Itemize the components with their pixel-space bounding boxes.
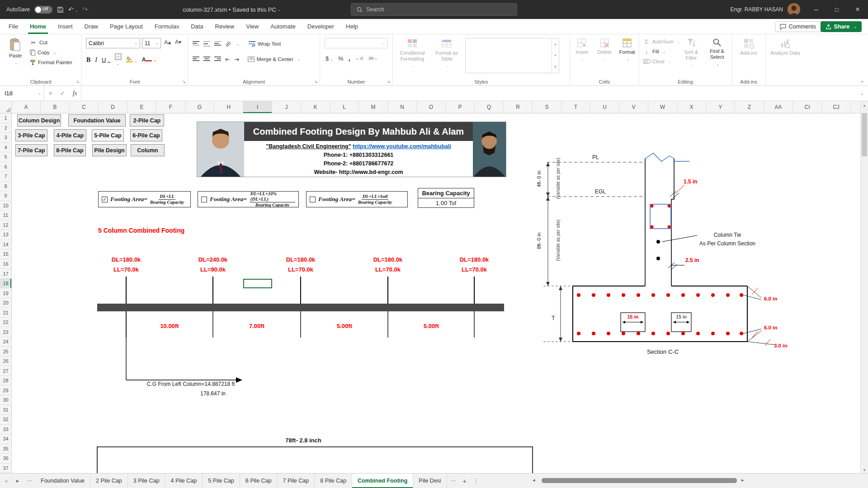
row-header[interactable]: 29 [0, 385, 11, 395]
row-header[interactable]: 8 [0, 182, 11, 192]
row-header[interactable]: 33 [0, 425, 11, 435]
document-title[interactable]: column-327.xlsm • Saved to this PC⌄ [183, 0, 281, 19]
row-header[interactable]: 23 [0, 327, 11, 337]
fx-icon[interactable]: fx [69, 86, 81, 101]
clipboard-dialog-launcher-icon[interactable]: ⇘ [76, 80, 80, 84]
row-header[interactable]: 17 [0, 269, 11, 279]
hscroll-left-icon[interactable]: ◂ [533, 477, 535, 483]
tab-help[interactable]: Help [340, 19, 364, 34]
tab-review[interactable]: Review [209, 19, 241, 34]
row-header[interactable]: 25 [0, 347, 11, 357]
sheet-tab-combined-footing[interactable]: Combined Footing [352, 474, 413, 488]
format-cells-button[interactable]: Format⌄ [616, 34, 638, 62]
decrease-decimal-icon[interactable]: .00→ [368, 56, 377, 61]
row-header[interactable]: 32 [0, 415, 11, 425]
row-header[interactable]: 14 [0, 240, 11, 250]
bold-icon[interactable]: B [86, 56, 90, 64]
row-header[interactable]: 24 [0, 337, 11, 347]
find-select-button[interactable]: Find & Select⌄ [704, 34, 730, 67]
name-box[interactable]: I18⌄ [0, 86, 44, 101]
row-header[interactable]: 12 [0, 221, 11, 230]
align-middle-icon[interactable] [203, 41, 210, 47]
column-header[interactable]: R [504, 101, 533, 113]
gallery-more-icon[interactable]: ⊽ [554, 65, 557, 69]
avatar[interactable] [788, 3, 800, 16]
comments-button[interactable]: Comments [775, 21, 821, 32]
tab-data[interactable]: Data [185, 19, 209, 34]
analyze-data-button[interactable]: Analyze Data [769, 34, 802, 56]
column-header[interactable]: O [417, 101, 446, 113]
sheet-tab-foundation-value[interactable]: Foundation Value [35, 474, 90, 488]
sheet-tab-8-pile-cap[interactable]: 8 Pile Cap [315, 474, 352, 488]
column-header[interactable]: CI [793, 101, 822, 113]
column-header[interactable]: M [359, 101, 388, 113]
sheet-canvas[interactable]: Column Design Foundation Value 2-Pile Ca… [12, 113, 860, 473]
gallery-up-icon[interactable]: ▴ [554, 42, 556, 46]
tab-scroll-right-icon[interactable]: ▸ [12, 474, 24, 488]
percent-icon[interactable]: % [338, 55, 344, 62]
column-header[interactable]: Y [706, 101, 735, 113]
row-header[interactable]: 15 [0, 249, 11, 259]
tab-developer[interactable]: Developer [302, 19, 340, 34]
increase-indent-icon[interactable]: ⇥ [234, 56, 239, 63]
tab-scroll-left-icon[interactable]: ◂ [0, 474, 12, 488]
minimize-icon[interactable]: ─ [806, 0, 826, 19]
underline-icon[interactable]: U⌄ [102, 56, 110, 63]
copy-button[interactable]: Copy⌄ [28, 47, 74, 57]
tab-view[interactable]: View [240, 19, 264, 34]
row-header[interactable]: 34 [0, 434, 11, 444]
align-left-icon[interactable] [193, 56, 199, 62]
column-header[interactable]: I [243, 101, 272, 113]
horizontal-scrollbar[interactable]: ◂ ▸ [533, 476, 863, 485]
fill-color-icon[interactable]: ⌄ [126, 56, 137, 64]
row-header[interactable]: 28 [0, 376, 11, 386]
insert-cells-button[interactable]: Insert⌄ [571, 34, 593, 62]
gallery-down-icon[interactable]: ▾ [554, 53, 556, 57]
hidden-tabs-left-icon[interactable]: ⋯ [24, 474, 35, 488]
orientation-icon[interactable]: ab [224, 40, 232, 47]
clear-button[interactable]: ⌦Clear⌄ [641, 56, 682, 66]
horizontal-scroll-thumb[interactable] [542, 478, 737, 483]
italic-icon[interactable]: I [95, 56, 97, 64]
sheet-options-icon[interactable]: ⋮ [471, 474, 482, 488]
vertical-scroll-thumb[interactable] [862, 113, 867, 156]
scroll-down-icon[interactable]: ▾ [861, 468, 868, 472]
column-header[interactable]: H [214, 101, 243, 113]
row-header[interactable]: 22 [0, 318, 11, 328]
column-header[interactable]: Z [735, 101, 764, 113]
formula-bar-expand-icon[interactable]: ⌄ [856, 86, 868, 101]
format-painter-button[interactable]: Format Painter [28, 57, 74, 67]
search-input[interactable]: Search [351, 3, 517, 16]
row-header[interactable]: 2 [0, 123, 11, 133]
font-name-select[interactable]: Calibri⌄ [86, 38, 140, 48]
column-header[interactable]: W [648, 101, 677, 113]
row-header[interactable]: 21 [0, 308, 11, 318]
tab-automate[interactable]: Automate [264, 19, 302, 34]
font-color-icon[interactable]: A⌄ [142, 57, 156, 63]
column-header[interactable]: V [619, 101, 648, 113]
row-header[interactable]: 37 [0, 464, 11, 474]
tab-insert[interactable]: Insert [52, 19, 79, 34]
formula-input[interactable] [81, 86, 856, 101]
vertical-scrollbar[interactable]: ▴ ▾ [860, 101, 868, 473]
row-header[interactable]: 31 [0, 405, 11, 415]
column-header[interactable]: K [301, 101, 330, 113]
sheet-tab-6-pile-cap[interactable]: 6 Pile Cap [240, 474, 278, 488]
align-bottom-icon[interactable] [214, 41, 221, 47]
column-header[interactable]: A [12, 101, 41, 113]
sheet-tab-pile-design[interactable]: Pile Desi [413, 474, 447, 488]
column-header[interactable]: C [70, 101, 99, 113]
row-header[interactable]: 36 [0, 454, 11, 464]
column-header[interactable]: U [590, 101, 619, 113]
currency-icon[interactable]: $⌄ [326, 55, 333, 62]
tab-formulas[interactable]: Formulas [149, 19, 185, 34]
comma-icon[interactable]: , [349, 54, 350, 62]
column-header[interactable]: F [156, 101, 185, 113]
row-header[interactable]: 5 [0, 152, 11, 162]
increase-font-icon[interactable]: A▴ [164, 39, 171, 46]
save-icon[interactable] [57, 6, 64, 13]
maximize-icon[interactable]: □ [826, 0, 847, 19]
column-header[interactable]: Q [475, 101, 504, 113]
align-center-icon[interactable] [203, 56, 210, 62]
row-header[interactable]: 13 [0, 230, 11, 240]
